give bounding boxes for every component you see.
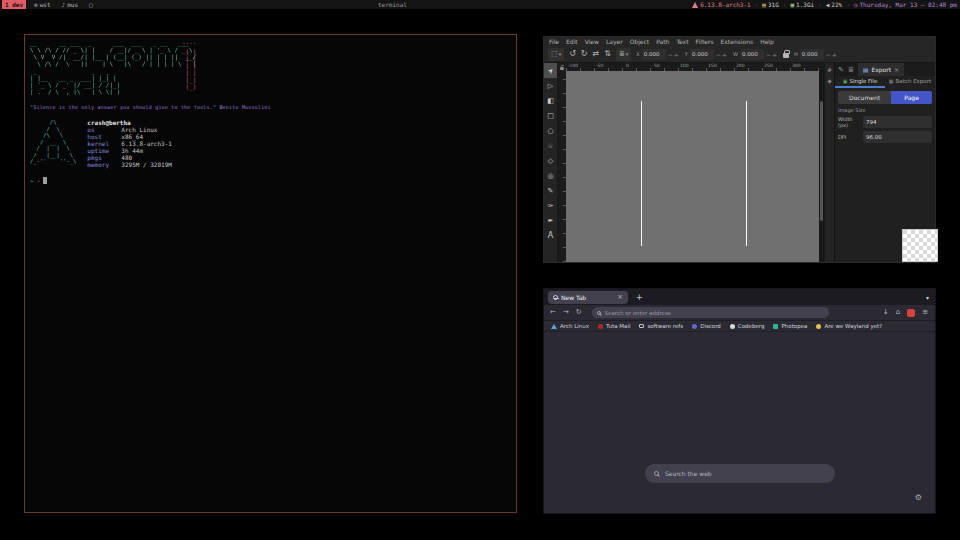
tool-shape-builder[interactable] [544, 93, 557, 108]
menu-object[interactable]: Object [630, 38, 650, 45]
photopea-icon [773, 324, 778, 329]
web-search-box[interactable]: Search the web [645, 464, 835, 483]
menu-filters[interactable]: Filters [696, 38, 714, 45]
layers-dialog-icon[interactable] [848, 66, 854, 74]
codeberg-icon [730, 324, 735, 329]
close-icon[interactable] [894, 66, 899, 73]
bookmark-are-we-wayland-yet[interactable]: Are we Wayland yet? [816, 323, 882, 329]
export-panel: Export Single File Batch Export Document… [834, 63, 935, 262]
new-tab-button[interactable] [636, 293, 643, 302]
active-tab[interactable]: New Tab [548, 291, 628, 304]
vertical-ruler[interactable] [558, 71, 566, 262]
width-input[interactable]: 794 [863, 116, 932, 128]
menu-view[interactable]: View [585, 38, 599, 45]
close-icon[interactable] [617, 294, 623, 301]
snap-icon-2[interactable] [827, 77, 832, 84]
tool-calligraphy[interactable] [544, 213, 557, 228]
menu-extensions[interactable]: Extensions [721, 38, 754, 45]
bookmark-discord[interactable]: Discord [692, 323, 721, 329]
download-icon[interactable] [883, 309, 889, 316]
image-size-label: Image Size [838, 107, 932, 113]
home-icon[interactable] [896, 309, 900, 316]
menu-help[interactable]: Help [760, 38, 774, 45]
w-field[interactable]: 0.000 [740, 49, 764, 60]
h-stepper[interactable]: −+ [826, 51, 838, 58]
w-stepper[interactable]: −+ [766, 51, 778, 58]
bookmark-folder-software-refs[interactable]: software refs [639, 323, 683, 329]
bookmark-codeberg[interactable]: Codeberg [730, 323, 765, 329]
select-mode-icon [551, 50, 558, 58]
snap-toolbar [824, 63, 834, 262]
y-field[interactable]: 0.000 [690, 49, 714, 60]
fetch-row-os: osArch Linux [87, 126, 172, 133]
tool-pencil[interactable] [544, 183, 557, 198]
dpi-row: DPI 96.00 [838, 131, 932, 143]
workspace-empty[interactable] [86, 0, 96, 9]
tool-ellipse-icon [547, 127, 553, 135]
export-tab-title: Export [871, 66, 891, 73]
url-bar[interactable]: Search or enter address [592, 307, 829, 318]
x-stepper[interactable]: −+ [668, 51, 680, 58]
y-stepper[interactable]: −+ [716, 51, 728, 58]
reload-icon[interactable] [576, 309, 582, 316]
tool-selector[interactable] [544, 63, 557, 78]
drawing-canvas[interactable] [566, 71, 819, 262]
menu-file[interactable]: File [549, 38, 559, 45]
fetch-row-uptime: uptime3h 44m [87, 147, 172, 154]
extension-shield-icon[interactable] [907, 309, 915, 317]
menu-path[interactable]: Path [656, 38, 669, 45]
lock-ratio-icon[interactable] [783, 53, 789, 58]
menu-edit[interactable]: Edit [566, 38, 578, 45]
page-button[interactable]: Page [891, 91, 932, 104]
snap-icon-1[interactable] [827, 66, 832, 73]
bookmark-tuta-mail[interactable]: Tuta Mail [598, 323, 630, 329]
tool-rectangle[interactable] [544, 108, 557, 123]
horizontal-ruler[interactable]: -100 -50 0 50 100 150 200 250 300 [566, 63, 824, 71]
flip-h-icon[interactable] [593, 50, 600, 58]
page-right-edge [746, 101, 747, 246]
inkscape-body: -100 -50 0 50 100 150 200 250 300 [544, 63, 935, 262]
tool-pen[interactable] [544, 198, 557, 213]
workspace-wst[interactable]: wst [31, 0, 53, 9]
selection-mode-dropdown[interactable]: ▾ [548, 48, 564, 61]
workspace-mus[interactable]: mus [59, 0, 81, 9]
x-field[interactable]: 0.000 [642, 49, 666, 60]
export-doc-icon [863, 66, 869, 73]
tool-box-3d[interactable] [544, 153, 557, 168]
document-button[interactable]: Document [838, 91, 891, 104]
forward-icon[interactable] [563, 309, 569, 316]
rotate-ccw-icon[interactable] [569, 50, 576, 58]
rotate-cw-icon[interactable] [581, 50, 588, 58]
status-modules: 6.13.8-arch3-1 ‹ 31G ‹ 1.3Gi ‹ 22% ‹ Thu… [692, 0, 957, 9]
shell-prompt[interactable]: ~ › [30, 177, 511, 184]
terminal-window[interactable]: __ __ ___ _ ___ ___ _ __ ___ \ \ /\ / //… [24, 34, 517, 513]
ascii-art-welcome: __ __ ___ _ ___ ___ _ __ ___ \ \ /\ / //… [30, 39, 511, 67]
h-spinbox: H 0.000 −+ [794, 49, 838, 60]
menu-layer[interactable]: Layer [606, 38, 623, 45]
quote-line: "Silence is the only answer you should g… [30, 104, 511, 110]
dpi-input[interactable]: 96.00 [863, 131, 932, 143]
gear-icon[interactable] [915, 494, 922, 502]
back-icon[interactable] [550, 309, 556, 316]
tab-list-chevron-icon[interactable] [926, 294, 929, 301]
workspace-dev[interactable]: 1 dev [2, 0, 26, 9]
pencil-dialog-icon[interactable] [838, 66, 844, 74]
menu-text[interactable]: Text [676, 38, 688, 45]
single-file-tab[interactable]: Single File [835, 76, 885, 88]
align-dropdown[interactable]: ▾ [616, 48, 631, 61]
menu-icon[interactable] [922, 309, 928, 316]
bookmark-arch-linux[interactable]: Arch Linux [551, 323, 589, 329]
tool-spiral[interactable] [544, 168, 557, 183]
tool-ellipse[interactable] [544, 123, 557, 138]
batch-export-tab[interactable]: Batch Export [885, 76, 935, 88]
bookmark-photopea[interactable]: Photopea [773, 323, 807, 329]
tool-node[interactable] [544, 78, 557, 93]
tool-star[interactable] [544, 138, 557, 153]
tool-text[interactable] [544, 228, 557, 243]
h-field[interactable]: 0.000 [800, 49, 824, 60]
arch-ascii-logo: /\ / \ /\ \ / __ \ / | | \ / |__| \ /_-'… [30, 119, 76, 168]
flip-v-icon[interactable] [604, 50, 611, 58]
scrollbar-thumb[interactable] [820, 101, 823, 221]
export-dialog-tab[interactable]: Export [858, 63, 904, 76]
ruler-corner[interactable] [558, 63, 566, 71]
